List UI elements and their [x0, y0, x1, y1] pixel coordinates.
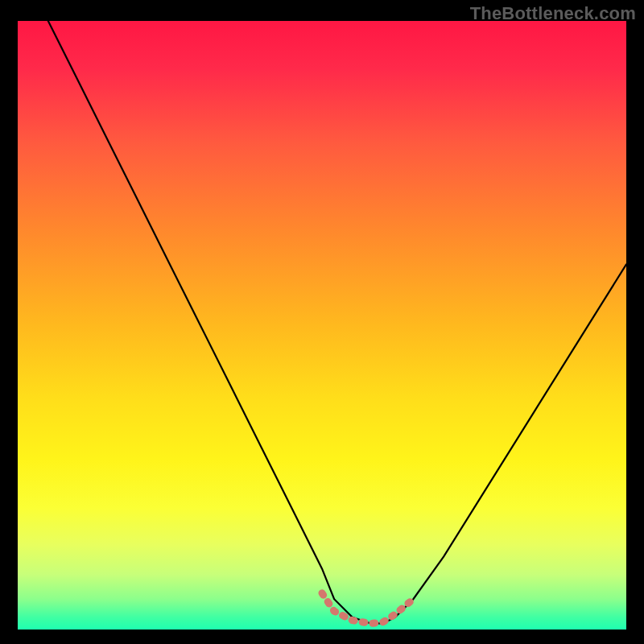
plot-area [18, 21, 626, 630]
gradient-background [18, 21, 626, 630]
chart-frame: TheBottleneck.com [0, 0, 644, 644]
watermark-text: TheBottleneck.com [470, 3, 636, 24]
bottleneck-chart-svg [18, 21, 626, 630]
